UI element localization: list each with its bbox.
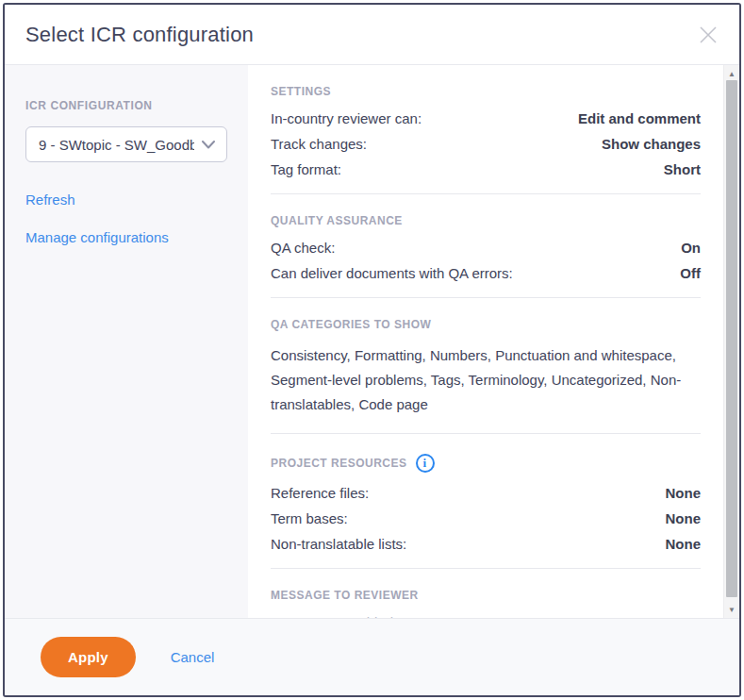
setting-value: Short — [664, 161, 701, 177]
scroll-up-arrow-icon[interactable]: ▲ — [724, 67, 739, 80]
message-to-reviewer-section: MESSAGE TO REVIEWER No message added — [271, 589, 701, 618]
setting-label: In-country reviewer can: — [271, 110, 422, 126]
icr-configuration-selected-value: 9 - SWtopic - SW_Goodb... — [39, 137, 194, 153]
qa-categories-section: QA CATEGORIES TO SHOW Consistency, Forma… — [271, 318, 701, 417]
info-icon[interactable]: i — [416, 454, 435, 473]
dialog-title: Select ICR configuration — [25, 23, 254, 47]
quality-assurance-section: QUALITY ASSURANCE QA check: On Can deliv… — [271, 214, 701, 281]
setting-label: Reference files: — [271, 485, 369, 501]
section-divider — [271, 433, 701, 434]
select-icr-configuration-dialog: Select ICR configuration ICR CONFIGURATI… — [3, 3, 741, 697]
setting-label: QA check: — [271, 240, 335, 256]
apply-button[interactable]: Apply — [41, 637, 136, 677]
setting-value: Off — [680, 265, 701, 281]
setting-row: Non-translatable lists: None — [271, 536, 701, 552]
message-to-reviewer-section-title: MESSAGE TO REVIEWER — [271, 589, 701, 602]
settings-section: SETTINGS In-country reviewer can: Edit a… — [271, 85, 701, 177]
setting-value: Edit and comment — [578, 110, 701, 126]
setting-label: Term bases: — [271, 510, 348, 526]
setting-row: QA check: On — [271, 240, 701, 256]
project-resources-section: PROJECT RESOURCES i Reference files: Non… — [271, 454, 701, 552]
configuration-details-panel: SETTINGS In-country reviewer can: Edit a… — [248, 65, 723, 618]
setting-row: Term bases: None — [271, 510, 701, 526]
setting-row: In-country reviewer can: Edit and commen… — [271, 110, 701, 126]
setting-value: On — [681, 240, 701, 256]
scrollbar-thumb[interactable] — [726, 80, 737, 597]
icr-configuration-label: ICR CONFIGURATION — [25, 99, 227, 112]
dialog-header: Select ICR configuration — [5, 5, 739, 65]
manage-configurations-link[interactable]: Manage configurations — [25, 229, 227, 245]
setting-value: None — [666, 485, 702, 501]
qa-categories-section-title: QA CATEGORIES TO SHOW — [271, 318, 701, 331]
setting-row: Reference files: None — [271, 485, 701, 501]
quality-assurance-section-title: QUALITY ASSURANCE — [271, 214, 701, 227]
setting-row: Tag format: Short — [271, 161, 701, 177]
dialog-footer: Apply Cancel — [5, 618, 739, 695]
refresh-link[interactable]: Refresh — [25, 192, 227, 208]
chevron-down-icon — [202, 141, 215, 149]
close-icon[interactable] — [696, 23, 720, 47]
configuration-sidebar: ICR CONFIGURATION 9 - SWtopic - SW_Goodb… — [5, 65, 248, 618]
scroll-down-arrow-icon[interactable]: ▼ — [724, 603, 739, 616]
setting-value: None — [666, 510, 702, 526]
setting-value: Show changes — [602, 136, 701, 152]
project-resources-section-title: PROJECT RESOURCES i — [271, 454, 701, 473]
section-divider — [271, 568, 701, 569]
setting-row: Can deliver documents with QA errors: Of… — [271, 265, 701, 281]
project-resources-title-text: PROJECT RESOURCES — [271, 457, 407, 470]
scrollbar[interactable]: ▲ ▼ — [723, 65, 739, 618]
icr-configuration-select[interactable]: 9 - SWtopic - SW_Goodb... — [25, 126, 227, 162]
section-divider — [271, 193, 701, 194]
setting-label: Non-translatable lists: — [271, 536, 406, 552]
qa-categories-list: Consistency, Formatting, Numbers, Punctu… — [271, 343, 701, 417]
settings-section-title: SETTINGS — [271, 85, 701, 98]
setting-label: Track changes: — [271, 136, 367, 152]
setting-value: None — [666, 536, 702, 552]
cancel-button[interactable]: Cancel — [171, 649, 215, 665]
section-divider — [271, 297, 701, 298]
setting-label: Tag format: — [271, 161, 341, 177]
setting-label: Can deliver documents with QA errors: — [271, 265, 513, 281]
dialog-body: ICR CONFIGURATION 9 - SWtopic - SW_Goodb… — [5, 65, 739, 618]
setting-row: Track changes: Show changes — [271, 136, 701, 152]
